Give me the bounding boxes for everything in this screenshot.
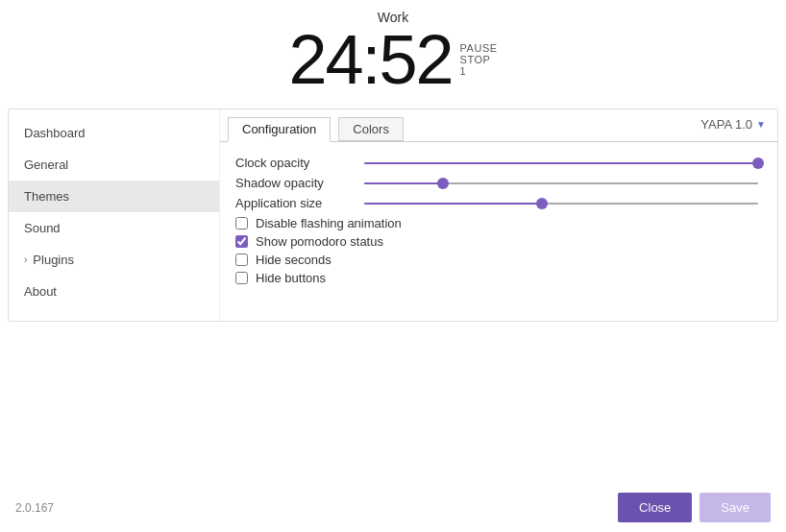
tab-configuration[interactable]: Configuration bbox=[228, 117, 331, 142]
show-pomodoro-row: Show pomodoro status bbox=[235, 234, 762, 249]
disable-flashing-row: Disable flashing animation bbox=[235, 216, 762, 230]
sidebar-item-label: Plugins bbox=[33, 253, 74, 267]
chevron-icon: › bbox=[24, 254, 27, 265]
tabs: Configuration Colors bbox=[220, 109, 777, 142]
sidebar-item-label: Sound bbox=[24, 221, 61, 235]
config-content: Clock opacity Shadow opacity bbox=[220, 152, 777, 293]
sidebar-item-label: About bbox=[24, 284, 57, 299]
settings-container: Dashboard General Themes Sound › Plugins… bbox=[8, 109, 778, 322]
close-button[interactable]: Close bbox=[618, 493, 692, 522]
tab-colors[interactable]: Colors bbox=[338, 117, 404, 141]
save-button[interactable]: Save bbox=[700, 493, 771, 522]
theme-dropdown[interactable]: YAPA 1.0 ▼ bbox=[700, 117, 766, 132]
settings-body: Dashboard General Themes Sound › Plugins… bbox=[9, 109, 777, 321]
application-size-row: Application size bbox=[235, 196, 762, 210]
hide-seconds-row: Hide seconds bbox=[235, 253, 762, 267]
sidebar-item-dashboard[interactable]: Dashboard bbox=[9, 117, 219, 149]
version-label: 2.0.167 bbox=[15, 501, 54, 515]
disable-flashing-label[interactable]: Disable flashing animation bbox=[256, 216, 402, 230]
sidebar-item-themes[interactable]: Themes bbox=[9, 181, 219, 212]
sidebar-item-general[interactable]: General bbox=[9, 149, 219, 181]
sidebar-item-label: General bbox=[24, 157, 68, 172]
sidebar-item-about[interactable]: About bbox=[9, 276, 219, 307]
footer-buttons: Close Save bbox=[618, 493, 771, 522]
sidebar-item-plugins[interactable]: › Plugins bbox=[9, 244, 219, 276]
stop-button[interactable]: STOP bbox=[460, 54, 491, 65]
timer-count: 1 bbox=[460, 65, 466, 77]
application-size-slider[interactable] bbox=[364, 203, 758, 205]
timer-section: Work 24:52 PAUSE STOP 1 bbox=[0, 0, 786, 109]
theme-dropdown-value: YAPA 1.0 bbox=[700, 117, 752, 132]
sidebar-item-label: Themes bbox=[24, 189, 69, 204]
timer-time: 24:52 bbox=[288, 25, 452, 94]
shadow-opacity-slider[interactable] bbox=[364, 182, 758, 184]
footer: 2.0.167 Close Save bbox=[0, 483, 786, 532]
show-pomodoro-label[interactable]: Show pomodoro status bbox=[256, 234, 383, 249]
application-size-label: Application size bbox=[235, 196, 360, 210]
shadow-opacity-row: Shadow opacity bbox=[235, 176, 762, 190]
clock-opacity-row: Clock opacity bbox=[235, 156, 762, 170]
disable-flashing-checkbox[interactable] bbox=[235, 217, 248, 230]
clock-opacity-slider[interactable] bbox=[364, 162, 758, 164]
sidebar-item-sound[interactable]: Sound bbox=[9, 212, 219, 244]
clock-opacity-label: Clock opacity bbox=[235, 156, 360, 170]
timer-display: 24:52 PAUSE STOP 1 bbox=[288, 25, 497, 94]
hide-seconds-checkbox[interactable] bbox=[235, 254, 248, 266]
pause-button[interactable]: PAUSE bbox=[460, 42, 498, 54]
sidebar: Dashboard General Themes Sound › Plugins… bbox=[9, 109, 220, 321]
shadow-opacity-label: Shadow opacity bbox=[235, 176, 360, 190]
hide-buttons-label[interactable]: Hide buttons bbox=[256, 271, 326, 285]
sidebar-item-label: Dashboard bbox=[24, 126, 86, 140]
hide-buttons-row: Hide buttons bbox=[235, 271, 762, 285]
show-pomodoro-checkbox[interactable] bbox=[235, 235, 248, 248]
dropdown-arrow-icon: ▼ bbox=[756, 119, 766, 130]
hide-buttons-checkbox[interactable] bbox=[235, 272, 248, 284]
timer-controls: PAUSE STOP 1 bbox=[460, 42, 498, 77]
main-content: YAPA 1.0 ▼ Configuration Colors Clock op… bbox=[220, 109, 777, 321]
hide-seconds-label[interactable]: Hide seconds bbox=[256, 253, 332, 267]
